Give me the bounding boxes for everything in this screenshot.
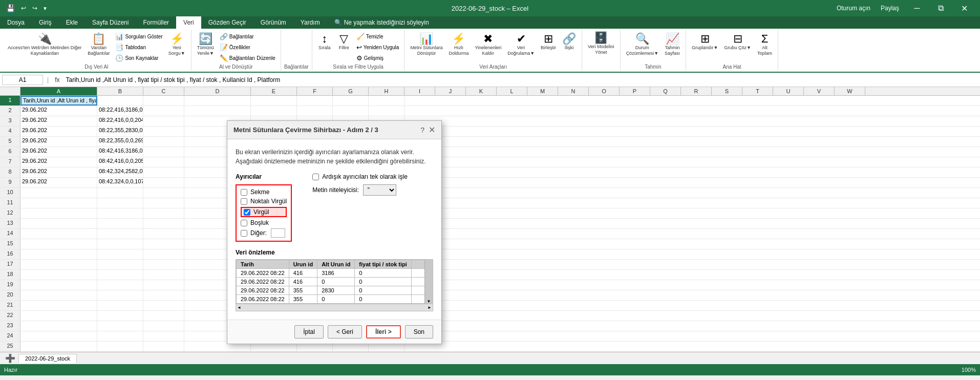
sheet-tab-1[interactable]: 2022-06-29_stock [18, 354, 77, 363]
cell[interactable] [143, 147, 184, 157]
cell[interactable] [97, 260, 143, 269]
col-header-U[interactable]: U [773, 87, 804, 95]
cell[interactable]: 29.06.202 [20, 126, 97, 136]
cell[interactable] [20, 290, 97, 300]
cell[interactable] [143, 178, 184, 187]
cell[interactable] [143, 260, 184, 269]
cell[interactable] [297, 106, 333, 116]
back-button[interactable]: < Geri [328, 325, 362, 339]
cell[interactable] [369, 106, 404, 116]
col-header-T[interactable]: T [742, 87, 773, 95]
checkbox-bosluk[interactable] [241, 220, 247, 226]
share-button[interactable]: Paylaş [877, 4, 903, 13]
tab-sayfa-duzeni[interactable]: Sayfa Düzeni [85, 16, 136, 29]
consecutive-checkbox[interactable] [312, 174, 319, 180]
col-header-P[interactable]: P [620, 87, 650, 95]
cell[interactable] [97, 280, 143, 290]
cell[interactable] [97, 229, 143, 239]
cell[interactable] [20, 188, 97, 198]
tab-giris[interactable]: Giriş [32, 16, 59, 29]
tab-yardim[interactable]: Yardım [293, 16, 327, 29]
cell[interactable]: 08:22,416,0,0,204,,w [97, 116, 143, 126]
cell[interactable] [20, 270, 97, 280]
cell[interactable] [97, 208, 143, 218]
yeni-sorgu-button[interactable]: ⚡ YeniSorgu▼ [166, 32, 188, 58]
hizli-doldurma-button[interactable]: ⚡ HızlıDoldurma [446, 32, 471, 58]
cell[interactable] [184, 106, 251, 116]
cell[interactable] [97, 321, 143, 331]
cell[interactable] [20, 219, 97, 228]
cell[interactable] [20, 301, 97, 310]
cell[interactable] [143, 116, 184, 126]
cell[interactable] [143, 208, 184, 218]
col-header-S[interactable]: S [712, 87, 742, 95]
col-header-H[interactable]: H [369, 87, 404, 95]
tumunu-yenile-button[interactable]: 🔄 TümünüYenile▼ [195, 32, 217, 58]
ozellikler-button[interactable]: 📝 Özellikler [218, 43, 278, 52]
alt-toplam-button[interactable]: Σ AltToplam [755, 32, 775, 58]
col-header-J[interactable]: J [435, 87, 466, 95]
cell[interactable] [143, 301, 184, 310]
cell[interactable] [97, 311, 143, 321]
col-header-Q[interactable]: Q [650, 87, 681, 95]
checkbox-virgul[interactable] [244, 209, 250, 216]
tab-formuller[interactable]: Formüller [136, 16, 176, 29]
cell[interactable]: 29.06.202 [20, 178, 97, 187]
checkbox-sekme-row[interactable]: Sekme [241, 188, 287, 196]
filtre-button[interactable]: ▽ Filtre [335, 32, 353, 52]
cell[interactable]: 08:42,324,2582,0,339,,w [97, 167, 143, 177]
col-header-A[interactable]: A [20, 87, 97, 95]
redo-icon[interactable]: ↪ [30, 4, 39, 13]
col-header-M[interactable]: M [527, 87, 558, 95]
cell[interactable] [97, 331, 143, 341]
tab-dosya[interactable]: Dosya [0, 16, 32, 29]
checkbox-bosluk-row[interactable]: Boşluk [241, 219, 287, 226]
cell[interactable] [20, 331, 97, 341]
login-button[interactable]: Oturum açın [833, 4, 875, 13]
preview-scrollbar[interactable]: ▼ [424, 260, 433, 304]
cell[interactable]: 08:22,416,3186,0,39,,w [97, 106, 143, 116]
add-sheet-icon[interactable]: ➕ [2, 353, 18, 363]
cell[interactable] [143, 342, 184, 351]
col-header-O[interactable]: O [589, 87, 620, 95]
cell[interactable] [143, 280, 184, 290]
consecutive-check-row[interactable]: Ardışık ayırıcıları tek olarak işle [312, 173, 408, 180]
qualifier-select[interactable]: " ' {none} [363, 184, 396, 196]
cell[interactable] [251, 106, 297, 116]
cell[interactable] [143, 157, 184, 167]
col-header-I[interactable]: I [404, 87, 435, 95]
yinelenenleri-kaldir-button[interactable]: ✖ YinelenenleriKaldır [472, 32, 504, 58]
cell[interactable] [97, 188, 143, 198]
dialog-help-button[interactable]: ? [420, 126, 424, 134]
cell[interactable] [251, 96, 297, 105]
col-header-B[interactable]: B [97, 87, 143, 95]
tab-veri[interactable]: Veri [176, 16, 201, 29]
cell[interactable] [143, 311, 184, 321]
cell[interactable] [143, 249, 184, 259]
checkbox-virgul-row[interactable]: Virgül [241, 207, 287, 217]
cell[interactable]: 08:42,324,0,0,1075,,w [97, 178, 143, 187]
col-header-D[interactable]: D [184, 87, 251, 95]
cell[interactable]: 29.06.202 [20, 147, 97, 157]
dialog-close-button[interactable]: ✕ [429, 125, 435, 135]
durum-cozumlemesi-button[interactable]: 🔍 DurumÇözümlemesi▼ [624, 32, 661, 58]
checkbox-noktalı-virgül-row[interactable]: Noktalı Virgül [241, 198, 287, 205]
yeniden-uygula-button[interactable]: ↩ Yeniden Uygula [354, 43, 401, 52]
cell[interactable] [143, 219, 184, 228]
col-header-G[interactable]: G [333, 87, 369, 95]
next-button[interactable]: İleri > [366, 325, 401, 339]
checkbox-diger[interactable] [241, 230, 247, 237]
tab-gorunum[interactable]: Görünüm [253, 16, 293, 29]
cell[interactable] [97, 96, 143, 105]
tab-search[interactable]: 🔍 Ne yapmak istediğinizi söyleyin [327, 16, 436, 29]
cell[interactable] [143, 106, 184, 116]
minimize-button[interactable]: ─ [905, 0, 929, 16]
gelismis-button[interactable]: ⚙ Gelişmiş [354, 53, 401, 63]
cell[interactable] [143, 96, 184, 105]
cell[interactable] [20, 342, 97, 351]
undo-icon[interactable]: ↩ [19, 4, 28, 13]
tab-gozden-gecir[interactable]: Gözden Geçir [201, 16, 253, 29]
veri-modelini-button[interactable]: 🗄️ Veri ModeliniYönet [585, 31, 617, 57]
col-header-R[interactable]: R [681, 87, 712, 95]
name-box[interactable] [2, 75, 43, 85]
